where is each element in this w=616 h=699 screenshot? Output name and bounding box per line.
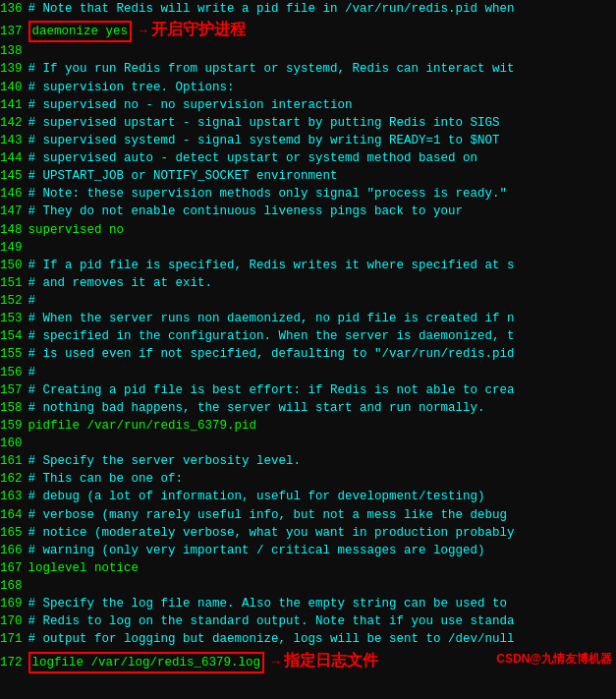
line-text: # Note that Redis will write a pid file … — [28, 0, 616, 18]
logfile-value: logfile /var/log/redis_6379.log — [28, 652, 265, 673]
line-number: 170 — [0, 612, 28, 630]
code-line: 161# Specify the server verbosity level. — [0, 452, 616, 470]
line-text: # — [28, 292, 616, 310]
code-editor: 136# Note that Redis will write a pid fi… — [0, 0, 616, 673]
line-number: 168 — [0, 577, 28, 595]
line-number: 152 — [0, 292, 28, 310]
line-text: daemonize yes→开启守护进程 — [28, 18, 616, 42]
code-line: 137daemonize yes→开启守护进程 — [0, 18, 616, 42]
line-number: 137 — [0, 23, 28, 40]
line-text: # warning (only very important / critica… — [28, 542, 616, 559]
line-number: 142 — [0, 114, 28, 132]
code-line: 147# They do not enable continuous liven… — [0, 203, 616, 220]
line-text: # Specify the server verbosity level. — [28, 452, 616, 470]
line-number: 153 — [0, 310, 28, 327]
line-number: 172 — [0, 654, 28, 671]
line-number: 159 — [0, 417, 28, 435]
line-number: 169 — [0, 595, 28, 612]
code-line: 160 — [0, 435, 616, 452]
line-text: # is used even if not specified, default… — [28, 345, 616, 363]
line-number: 157 — [0, 381, 28, 399]
line-number: 138 — [0, 42, 28, 60]
code-line: 153# When the server runs non daemonized… — [0, 310, 616, 327]
code-line: 142# supervised upstart - signal upstart… — [0, 114, 616, 132]
daemonize-annotation: 开启守护进程 — [151, 21, 246, 37]
code-line: 141# supervised no - no supervision inte… — [0, 96, 616, 114]
line-text: # If you run Redis from upstart or syste… — [28, 60, 616, 78]
line-text: # supervised upstart - signal upstart by… — [28, 114, 616, 132]
code-line: 149 — [0, 239, 616, 257]
line-text: # If a pid file is specified, Redis writ… — [28, 257, 616, 274]
daemonize-value: daemonize yes — [28, 21, 133, 42]
line-number: 163 — [0, 488, 28, 505]
line-number: 140 — [0, 79, 28, 96]
line-number: 143 — [0, 132, 28, 149]
line-number: 156 — [0, 364, 28, 381]
line-number: 165 — [0, 524, 28, 542]
line-text: # and removes it at exit. — [28, 274, 616, 292]
line-number: 167 — [0, 559, 28, 577]
code-line: 157# Creating a pid file is best effort:… — [0, 381, 616, 399]
code-line: 156# — [0, 364, 616, 381]
code-line: 165# notice (moderately verbose, what yo… — [0, 524, 616, 542]
code-line: 144# supervised auto - detect upstart or… — [0, 149, 616, 167]
code-line: 169# Specify the log file name. Also the… — [0, 595, 616, 612]
line-number: 139 — [0, 60, 28, 78]
line-number: 145 — [0, 167, 28, 185]
line-number: 151 — [0, 274, 28, 292]
code-line: 139# If you run Redis from upstart or sy… — [0, 60, 616, 78]
line-text: # supervised no - no supervision interac… — [28, 96, 616, 114]
code-line: 151# and removes it at exit. — [0, 274, 616, 292]
line-text: # Specify the log file name. Also the em… — [28, 595, 616, 612]
code-line: 162# This can be one of: — [0, 470, 616, 488]
line-text: # Redis to log on the standard output. N… — [28, 612, 616, 630]
line-text: # They do not enable continuous liveness… — [28, 203, 616, 220]
line-number: 136 — [0, 0, 28, 18]
line-number: 158 — [0, 399, 28, 417]
code-line: 170# Redis to log on the standard output… — [0, 612, 616, 630]
code-line: 152# — [0, 292, 616, 310]
line-text: # specified in the configuration. When t… — [28, 327, 616, 345]
line-text: # UPSTART_JOB or NOTIFY_SOCKET environme… — [28, 167, 616, 185]
code-line: 155# is used even if not specified, defa… — [0, 345, 616, 363]
line-number: 160 — [0, 435, 28, 452]
code-line: 150# If a pid file is specified, Redis w… — [0, 257, 616, 274]
logfile-annotation: 指定日志文件 — [284, 652, 378, 669]
code-line: 143# supervised systemd - signal systemd… — [0, 132, 616, 149]
line-text: # Creating a pid file is best effort: if… — [28, 381, 616, 399]
line-number: 144 — [0, 149, 28, 167]
line-text: pidfile /var/run/redis_6379.pid — [28, 417, 616, 435]
code-line: 168 — [0, 577, 616, 595]
line-text: # nothing bad happens, the server will s… — [28, 399, 616, 417]
line-text: # notice (moderately verbose, what you w… — [28, 524, 616, 542]
line-text: # Note: these supervision methods only s… — [28, 185, 616, 203]
line-text: # supervised auto - detect upstart or sy… — [28, 149, 616, 167]
line-number: 148 — [0, 221, 28, 239]
code-line: 138 — [0, 42, 616, 60]
line-text: supervised no — [28, 221, 616, 239]
line-text: # debug (a lot of information, useful fo… — [28, 488, 616, 505]
watermark-label: CSDN@九情友博机器 — [496, 651, 612, 668]
code-line: 136# Note that Redis will write a pid fi… — [0, 0, 616, 18]
code-line: 166# warning (only very important / crit… — [0, 542, 616, 559]
line-text: # When the server runs non daemonized, n… — [28, 310, 616, 327]
line-number: 141 — [0, 96, 28, 114]
line-number: 166 — [0, 542, 28, 559]
line-number: 155 — [0, 345, 28, 363]
line-number: 154 — [0, 327, 28, 345]
line-number: 147 — [0, 203, 28, 220]
line-text: # This can be one of: — [28, 470, 616, 488]
line-number: 171 — [0, 630, 28, 648]
line-number: 164 — [0, 506, 28, 524]
code-line: 171# output for logging but daemonize, l… — [0, 630, 616, 648]
code-line: 158# nothing bad happens, the server wil… — [0, 399, 616, 417]
line-number: 146 — [0, 185, 28, 203]
line-text: # — [28, 364, 616, 381]
line-text: loglevel notice — [28, 559, 616, 577]
line-text: # supervised systemd - signal systemd by… — [28, 132, 616, 149]
code-line: 146# Note: these supervision methods onl… — [0, 185, 616, 203]
code-line: 140# supervision tree. Options: — [0, 79, 616, 96]
code-line: 164# verbose (many rarely useful info, b… — [0, 506, 616, 524]
code-line: 145# UPSTART_JOB or NOTIFY_SOCKET enviro… — [0, 167, 616, 185]
line-text: # supervision tree. Options: — [28, 79, 616, 96]
